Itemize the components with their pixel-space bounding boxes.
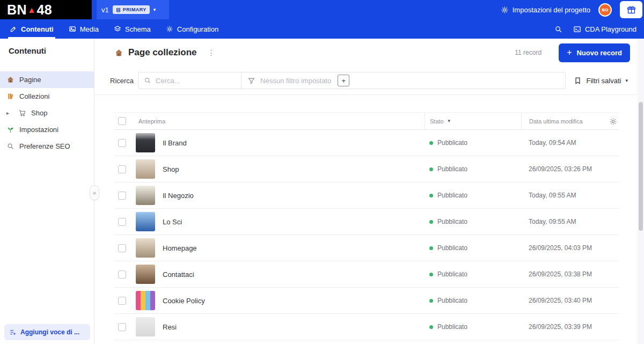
search-icon: [144, 77, 151, 84]
gift-button[interactable]: [620, 1, 642, 18]
column-anteprima[interactable]: Anteprima: [136, 118, 425, 125]
row-title[interactable]: Shop: [163, 165, 425, 173]
row-date: 26/09/2025, 03:40 PM: [521, 297, 619, 304]
add-menu-entry-button[interactable]: Aggiungi voce di ...: [4, 324, 90, 340]
row-date: Today, 09:55 AM: [521, 192, 619, 199]
row-checkbox[interactable]: [118, 218, 126, 226]
saved-filters-label: Filtri salvati: [586, 77, 621, 85]
app-window: BN▲48 v1 PRIMARY ▾ Impostazioni del prog…: [0, 0, 644, 344]
row-thumbnail: [136, 133, 155, 152]
row-thumbnail: [136, 317, 155, 336]
status-dot-icon: [429, 141, 433, 145]
cda-playground-button[interactable]: CDA Playground: [573, 25, 636, 33]
row-checkbox-cell: [114, 297, 136, 305]
row-title[interactable]: Contattaci: [163, 270, 425, 279]
status-text: Pubblicato: [437, 297, 467, 304]
filter-segment: Nessun filtro impostato +: [241, 75, 355, 86]
table-body: Il BrandPubblicatoToday, 09:54 AMShopPub…: [114, 130, 619, 340]
table-row[interactable]: Il BrandPubblicatoToday, 09:54 AM: [114, 130, 619, 156]
row-checkbox[interactable]: [118, 323, 126, 331]
row-checkbox-cell: [114, 165, 136, 173]
row-checkbox[interactable]: [118, 165, 126, 173]
sidebar-item-preferenze-seo[interactable]: Preferenze SEO: [0, 138, 94, 155]
sidebar-item-impostazioni[interactable]: Impostazioni: [0, 121, 94, 138]
nav-tabs: ContenutiMediaSchemaConfiguration: [2, 19, 226, 39]
row-checkbox[interactable]: [118, 192, 126, 200]
row-title[interactable]: Il Brand: [163, 139, 425, 147]
sidebar-title: Contenuti: [0, 39, 94, 63]
row-checkbox-cell: [114, 192, 136, 200]
sort-desc-icon: ▼: [447, 119, 451, 123]
new-record-label: Nuovo record: [576, 49, 622, 57]
add-filter-button[interactable]: +: [338, 75, 349, 86]
stack-icon: [116, 8, 121, 12]
row-thumbnail-cell: [136, 159, 163, 179]
row-thumbnail: [136, 212, 155, 231]
sidebar-item-collezioni[interactable]: Collezioni: [0, 88, 94, 105]
page-title-text: Page collezione: [128, 47, 197, 58]
table-row[interactable]: Cookie PolicyPubblicato26/09/2025, 03:40…: [114, 288, 619, 314]
table-row[interactable]: ShopPubblicato26/09/2025, 03:26 PM: [114, 156, 619, 182]
page-collection-icon: [114, 48, 123, 57]
top-bar: BN▲48 v1 PRIMARY ▾ Impostazioni del prog…: [0, 0, 644, 19]
tab-configuration[interactable]: Configuration: [158, 19, 226, 39]
logo-text-pre: BN: [7, 2, 27, 18]
row-checkbox[interactable]: [118, 270, 126, 279]
tab-schema[interactable]: Schema: [106, 19, 158, 39]
sidebar-item-pagine[interactable]: Pagine: [0, 71, 94, 88]
row-title[interactable]: Lo Sci: [163, 218, 425, 226]
status-text: Pubblicato: [437, 192, 467, 199]
saved-filters-button[interactable]: Filtri salvati ▾: [574, 77, 628, 85]
avatar[interactable]: BG: [598, 3, 612, 17]
page-title: Page collezione: [114, 47, 197, 58]
row-checkbox-cell: [114, 244, 136, 252]
select-all-checkbox[interactable]: [118, 117, 126, 125]
topbar-right: Impostazioni del progetto BG: [501, 1, 644, 18]
sidebar-collapse-button[interactable]: «: [90, 185, 99, 200]
row-title[interactable]: Homepage: [163, 244, 425, 252]
project-settings-button[interactable]: Impostazioni del progetto: [501, 6, 590, 14]
row-title[interactable]: Cookie Policy: [163, 297, 425, 305]
kebab-menu-button[interactable]: ⋮: [208, 48, 215, 57]
table-row[interactable]: ResiPubblicato26/09/2025, 03:39 PM: [114, 314, 619, 340]
tab-media[interactable]: Media: [61, 19, 106, 39]
seo-icon: [6, 142, 14, 150]
table-row[interactable]: Lo SciPubblicatoToday, 09:55 AM: [114, 209, 619, 235]
tab-contenuti[interactable]: Contenuti: [2, 19, 61, 39]
row-title[interactable]: Resi: [163, 323, 425, 331]
search-icon[interactable]: [554, 25, 562, 33]
row-thumbnail-cell: [136, 291, 163, 310]
row-checkbox-cell: [114, 323, 136, 331]
sidebar-item-label: Pagine: [19, 76, 41, 84]
scrollbar-thumb[interactable]: [639, 102, 643, 231]
schema-icon: [114, 25, 121, 33]
gear-icon: [501, 6, 509, 14]
row-thumbnail: [136, 291, 155, 310]
new-record-button[interactable]: + Nuovo record: [559, 43, 630, 62]
status-text: Pubblicato: [437, 139, 467, 147]
row-thumbnail: [136, 238, 155, 258]
row-checkbox[interactable]: [118, 139, 126, 147]
main-header: Page collezione ⋮ 11 record + Nuovo reco…: [94, 39, 644, 67]
sidebar-item-shop[interactable]: ▸Shop: [0, 105, 94, 121]
brand-logo[interactable]: BN▲48: [0, 0, 92, 19]
table-row[interactable]: ContattaciPubblicato26/09/2025, 03:38 PM: [114, 261, 619, 288]
column-stato[interactable]: Stato▼: [425, 113, 521, 129]
tab-label: Schema: [125, 25, 151, 33]
table-row[interactable]: HomepagePubblicato26/09/2025, 04:03 PM: [114, 235, 619, 261]
row-checkbox[interactable]: [118, 244, 126, 252]
row-thumbnail-cell: [136, 317, 163, 336]
column-data-ultima-modifica[interactable]: Data ultima modifica: [521, 113, 619, 129]
table-row[interactable]: Il NegozioPubblicatoToday, 09:55 AM: [114, 182, 619, 209]
expand-caret-icon[interactable]: ▸: [6, 110, 13, 116]
logo-triangle-icon: ▲: [27, 5, 36, 15]
search-input[interactable]: [156, 77, 225, 85]
row-thumbnail: [136, 159, 155, 179]
status-badge: Pubblicato: [425, 139, 521, 147]
logo-text-post: 48: [36, 2, 52, 18]
version-label: v1: [101, 6, 109, 14]
table-settings-gear-icon[interactable]: [609, 118, 617, 126]
row-title[interactable]: Il Negozio: [163, 192, 425, 200]
environment-switcher[interactable]: v1 PRIMARY ▾: [97, 0, 169, 19]
row-checkbox[interactable]: [118, 297, 126, 305]
